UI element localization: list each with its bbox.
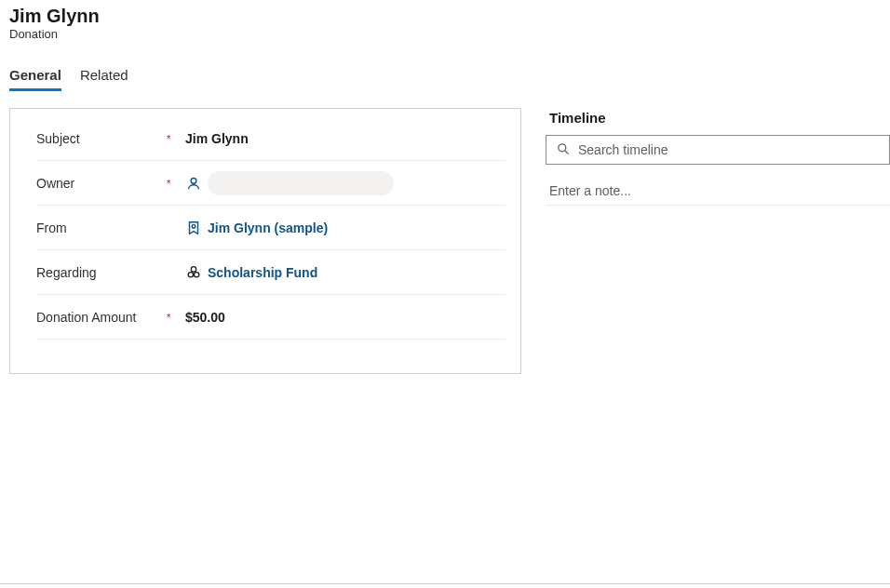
label-from: From <box>36 220 167 235</box>
value-from[interactable]: Jim Glynn (sample) <box>185 220 506 236</box>
label-subject: Subject <box>36 131 167 146</box>
required-mark: * <box>167 133 185 144</box>
from-link-text: Jim Glynn (sample) <box>208 220 328 235</box>
required-mark: * <box>167 312 185 323</box>
timeline-panel: Timeline Enter a note... <box>546 108 890 374</box>
timeline-search[interactable] <box>546 135 890 165</box>
value-donation-amount: $50.00 <box>185 310 506 325</box>
note-entry[interactable]: Enter a note... <box>546 176 890 206</box>
value-regarding[interactable]: Scholarship Fund <box>185 264 506 281</box>
label-owner: Owner <box>36 176 167 191</box>
timeline-search-input[interactable] <box>578 142 880 157</box>
svg-point-4 <box>194 272 198 276</box>
field-subject[interactable]: Subject * Jim Glynn <box>36 116 506 161</box>
value-subject: Jim Glynn <box>185 131 506 146</box>
field-donation-amount[interactable]: Donation Amount * $50.00 <box>36 295 506 340</box>
regarding-link-text: Scholarship Fund <box>208 265 317 280</box>
divider <box>0 583 890 584</box>
person-icon <box>185 175 202 192</box>
contact-icon <box>185 220 202 236</box>
label-regarding: Regarding <box>36 265 167 280</box>
label-donation-amount: Donation Amount <box>36 310 167 325</box>
tab-related[interactable]: Related <box>80 67 128 91</box>
field-from[interactable]: From Jim Glynn (sample) <box>36 206 506 250</box>
required-mark: * <box>167 178 185 189</box>
svg-line-6 <box>565 151 569 154</box>
svg-point-5 <box>559 143 566 151</box>
owner-pill[interactable] <box>208 171 394 195</box>
svg-point-3 <box>188 272 193 276</box>
svg-point-0 <box>191 178 196 183</box>
timeline-title: Timeline <box>549 110 890 126</box>
tabs-bar: General Related <box>0 67 890 91</box>
fund-icon <box>185 264 202 281</box>
field-regarding[interactable]: Regarding Scholarship Fund <box>36 250 506 295</box>
tab-general[interactable]: General <box>9 67 61 91</box>
page-title: Jim Glynn <box>9 6 881 27</box>
search-icon <box>556 141 571 159</box>
value-owner[interactable] <box>185 171 506 195</box>
svg-point-1 <box>192 224 196 228</box>
page-subtitle: Donation <box>9 27 881 41</box>
field-owner[interactable]: Owner * <box>36 161 506 206</box>
svg-point-2 <box>191 266 196 271</box>
form-card: Subject * Jim Glynn Owner * From <box>9 108 521 374</box>
